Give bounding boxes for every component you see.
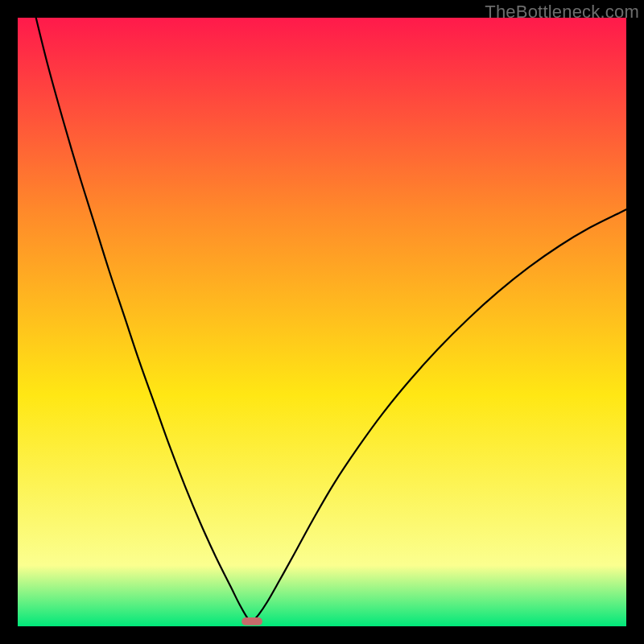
chart-frame xyxy=(18,18,626,626)
bottleneck-chart xyxy=(18,18,626,626)
watermark-text: TheBottleneck.com xyxy=(485,2,639,23)
bottleneck-marker xyxy=(242,617,262,625)
gradient-background xyxy=(18,18,626,626)
